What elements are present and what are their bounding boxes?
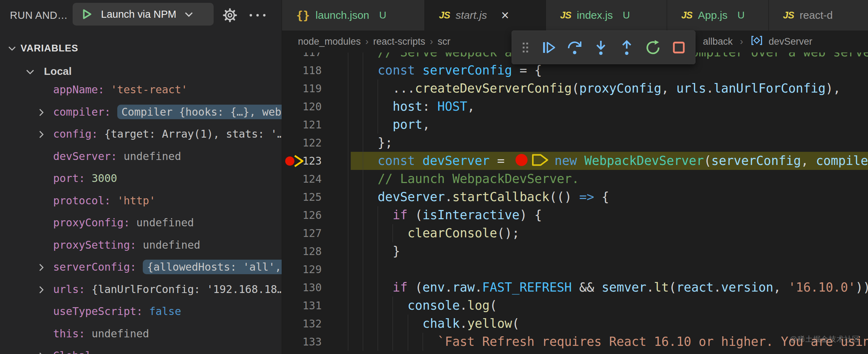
- line-number[interactable]: 120: [282, 98, 322, 116]
- indent-guide: [348, 170, 348, 188]
- variable-row-Global[interactable]: Global: [0, 345, 282, 354]
- breadcrumb-item-callback[interactable]: allback: [703, 36, 733, 47]
- line-number[interactable]: 118: [282, 61, 322, 79]
- variable-value: undefined: [136, 216, 194, 229]
- debug-toolbar: [512, 31, 695, 64]
- variable-row-urls[interactable]: urls: {lanUrlForConfig: '192.168.18…: [0, 278, 282, 301]
- code-text: const devServer = new WebpackDevServer(s…: [348, 152, 868, 170]
- breadcrumb-item-devserver[interactable]: devServer: [769, 36, 812, 47]
- variable-row-compiler[interactable]: compiler: Compiler {hooks: {…}, web…: [0, 101, 282, 123]
- breakpoint-current-frame-icon[interactable]: [284, 153, 306, 169]
- line-number[interactable]: 130: [282, 278, 322, 297]
- json-file-icon: {}: [296, 9, 310, 22]
- continue-button[interactable]: [539, 36, 559, 59]
- indent-guide: [363, 116, 363, 134]
- code-line-121: 121 port,: [282, 116, 868, 134]
- line-number[interactable]: 133: [282, 333, 322, 351]
- code-text: ...createDevServerConfig(proxyConfig, ur…: [348, 79, 868, 98]
- indent-guide: [348, 278, 348, 297]
- variable-row-proxyConfig[interactable]: proxyConfig: undefined: [0, 212, 282, 234]
- breadcrumb-item-react-scripts[interactable]: react-scripts: [373, 36, 425, 47]
- variable-row-this[interactable]: this: undefined: [0, 323, 282, 345]
- code-text: chalk.yellow(: [348, 315, 868, 333]
- indent-guide: [378, 79, 378, 98]
- variable-value: 'test-react': [111, 83, 188, 96]
- line-number[interactable]: 117: [282, 52, 322, 61]
- line-number[interactable]: 126: [282, 206, 322, 224]
- stop-button[interactable]: [669, 36, 689, 59]
- variable-row-config[interactable]: config: {target: Array(1), stats: '…: [0, 123, 282, 145]
- more-actions-icon[interactable]: [248, 11, 267, 19]
- variable-text: protocol: 'http': [53, 190, 156, 212]
- step-into-button[interactable]: [591, 36, 611, 59]
- line-number[interactable]: 121: [282, 116, 322, 134]
- code-line-119: 119 ...createDevServerConfig(proxyConfig…: [282, 79, 868, 98]
- close-icon[interactable]: ×: [501, 9, 509, 22]
- drag-handle-icon[interactable]: [518, 36, 532, 59]
- gear-icon[interactable]: [222, 7, 238, 23]
- code-text: port,: [348, 116, 868, 134]
- tab-start.js[interactable]: JSstart.js×: [425, 0, 546, 31]
- indent-guide: [378, 315, 378, 333]
- line-number[interactable]: 125: [282, 188, 322, 206]
- indent-guide: [363, 224, 363, 242]
- variable-text: proxySetting: undefined: [53, 234, 200, 256]
- tab-index.js[interactable]: JSindex.jsU: [546, 0, 667, 31]
- breadcrumb-left: node_modules›react-scripts›scr: [298, 31, 450, 52]
- inline-breakpoint-tag-icon[interactable]: [530, 152, 550, 168]
- code-text: // Launch WebpackDevServer.: [348, 170, 868, 188]
- chevron-down-icon: [7, 43, 17, 53]
- indent-guide: [363, 170, 363, 188]
- indent-guide: [363, 206, 363, 224]
- untracked-badge: U: [737, 10, 744, 21]
- code-text: clearConsole();: [348, 224, 868, 242]
- indent-guide: [363, 333, 363, 351]
- variable-row-protocol[interactable]: protocol: 'http': [0, 190, 282, 212]
- indent-guide: [363, 297, 363, 315]
- restart-button[interactable]: [643, 36, 663, 59]
- variables-section-header[interactable]: VARIABLES: [0, 38, 282, 58]
- variable-row-devServer[interactable]: devServer: undefined: [0, 145, 282, 168]
- symbol-variable-icon: [750, 34, 763, 47]
- js-file-icon: JS: [783, 10, 794, 21]
- code-line-128: 128 }: [282, 242, 868, 260]
- line-number[interactable]: 132: [282, 315, 322, 333]
- variable-name: proxySetting:: [53, 239, 143, 251]
- variable-row-useTypeScript[interactable]: useTypeScript: false: [0, 300, 282, 323]
- tab-label: react-d: [800, 9, 833, 21]
- tab-launch.json[interactable]: {}launch.jsonU: [282, 0, 425, 31]
- variable-text: config: {target: Array(1), stats: '…: [53, 123, 282, 145]
- line-number[interactable]: 131: [282, 297, 322, 315]
- variable-row-serverConfig[interactable]: serverConfig: {allowedHosts: 'all',…: [0, 256, 282, 278]
- inline-breakpoint-icon[interactable]: [515, 154, 528, 166]
- code-text: [348, 260, 868, 278]
- launch-config-button[interactable]: Launch via NPM: [73, 3, 214, 26]
- indent-guide: [348, 224, 348, 242]
- breadcrumb-item-scr[interactable]: scr: [438, 36, 450, 47]
- step-out-button[interactable]: [617, 36, 637, 59]
- indent-guide: [378, 297, 378, 315]
- indent-guide: [363, 242, 363, 260]
- code-text: host: HOST,: [348, 98, 868, 116]
- variable-row-port[interactable]: port: 3000: [0, 167, 282, 190]
- line-number[interactable]: 127: [282, 224, 322, 242]
- code-line-133: 133 `Fast Refresh requires React 16.10 o…: [282, 333, 868, 351]
- line-number[interactable]: 129: [282, 260, 322, 278]
- line-number[interactable]: 124: [282, 170, 322, 188]
- tab-react-d[interactable]: JSreact-d: [769, 0, 868, 31]
- line-number[interactable]: 128: [282, 242, 322, 260]
- code-line-129: 129: [282, 260, 868, 278]
- indent-guide: [378, 242, 378, 260]
- play-icon: [80, 8, 93, 21]
- breadcrumb-item-node_modules[interactable]: node_modules: [298, 36, 361, 47]
- variable-row-appName[interactable]: appName: 'test-react': [0, 79, 282, 101]
- step-over-button[interactable]: [565, 36, 585, 59]
- variables-list: appName: 'test-react' compiler: Compiler…: [0, 79, 282, 354]
- line-number[interactable]: 119: [282, 79, 322, 98]
- variable-row-proxySetting[interactable]: proxySetting: undefined: [0, 234, 282, 256]
- line-number[interactable]: 122: [282, 134, 322, 152]
- indent-guide: [348, 297, 348, 315]
- code-text: devServer.startCallback(() => {: [348, 188, 868, 206]
- tab-App.js[interactable]: JSApp.jsU: [667, 0, 769, 31]
- code-line-130: 130 if (env.raw.FAST_REFRESH && semver.l…: [282, 278, 868, 297]
